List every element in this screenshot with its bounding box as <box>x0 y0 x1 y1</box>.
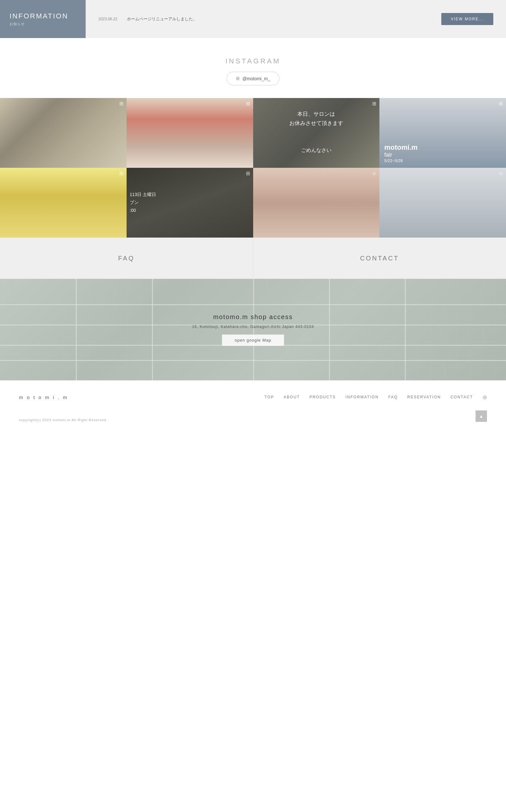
footer-logo: m o t o m i . m <box>19 394 68 400</box>
footer-link-products[interactable]: PRODUCTS <box>309 395 336 399</box>
information-section: INFORMATION お知らせ 2023.06.22 ホームページリニューアル… <box>0 0 506 38</box>
instagram-icon: ⊙ <box>236 75 240 82</box>
footer-link-top[interactable]: TOP <box>265 395 274 399</box>
info-left-panel: INFORMATION お知らせ <box>0 0 86 38</box>
faq-label: FAQ <box>118 255 135 262</box>
map-section: motomo.m shop access 16, Komitsuji, Kata… <box>0 279 506 380</box>
info-subtitle: お知らせ <box>9 21 76 26</box>
grid-cell-colorful-clothes[interactable]: ⊙ <box>253 168 380 238</box>
footer-bottom: copyright(c) 2023 motomi.m All Right Res… <box>19 411 487 422</box>
map-overlay: motomo.m shop access 16, Komitsuji, Kata… <box>0 279 506 380</box>
view-more-button[interactable]: VIEW MORE... <box>441 13 493 25</box>
grid-cell-fair[interactable]: motomi.m fair 5/22~5/28 ⊞ <box>380 98 506 168</box>
grid-cell-branches-event[interactable]: 113日 土曜日 プン :00 ⊞ <box>126 168 253 238</box>
footer-link-about[interactable]: ABOUT <box>283 395 300 399</box>
fair-overlay: motomi.m fair 5/22~5/28 <box>384 144 418 163</box>
info-date: 2023.06.22 <box>98 17 117 21</box>
scroll-top-button[interactable]: ▲ <box>476 411 487 422</box>
footer-link-information[interactable]: INFORMATION <box>345 395 379 399</box>
info-entry: 2023.06.22 ホームページリニューアルしました。 <box>98 16 441 22</box>
footer-copyright: copyright(c) 2023 motomi.m All Right Res… <box>19 418 107 422</box>
map-shop-title: motomo.m shop access <box>213 313 293 321</box>
info-right-panel: 2023.06.22 ホームページリニューアルしました。 VIEW MORE..… <box>86 0 506 38</box>
footer: m o t o m i . m TOP ABOUT PRODUCTS INFOR… <box>0 380 506 428</box>
grid-multi-icon-3: ⊞ <box>372 101 376 107</box>
cat-sorry-label: ごめんなさい <box>301 147 332 154</box>
instagram-handle-button[interactable]: ⊙ @motomi_m_ <box>227 72 279 85</box>
footer-instagram-icon[interactable]: ⊙ <box>483 393 487 401</box>
event-overlay-text: 113日 土曜日 プン :00 <box>130 191 156 215</box>
map-address: 16, Komitsuji, Katahara-cho, Gamagori,Ai… <box>192 325 314 329</box>
contact-label: CONTACT <box>360 255 399 262</box>
map-background: motomo.m shop access 16, Komitsuji, Kata… <box>0 279 506 380</box>
grid-multi-icon-4: ⊞ <box>499 101 503 107</box>
instagram-section: INSTAGRAM ⊙ @motomi_m_ <box>0 38 506 98</box>
instagram-grid: ⊞ ⊞ 本日、サロンは お休みさせて頂きます ごめんなさい ⊞ motomi.m… <box>0 98 506 238</box>
instagram-handle-label: @motomi_m_ <box>242 76 270 81</box>
grid-cell-blue-dress[interactable]: ⊙ <box>380 168 506 238</box>
grid-cell-yellow-dress[interactable]: ⊞ <box>0 168 126 238</box>
grid-multi-icon-7: ⊙ <box>372 170 376 177</box>
instagram-title: INSTAGRAM <box>0 57 506 65</box>
grid-multi-icon: ⊞ <box>119 101 123 107</box>
footer-link-contact[interactable]: CONTACT <box>450 395 473 399</box>
grid-multi-icon-8: ⊙ <box>499 170 503 177</box>
cat-apology-text: 本日、サロンは お休みさせて頂きます <box>289 110 343 128</box>
grid-multi-icon-5: ⊞ <box>119 170 123 176</box>
faq-block[interactable]: FAQ <box>0 238 253 279</box>
contact-block[interactable]: CONTACT <box>253 238 506 279</box>
info-title: INFORMATION <box>9 12 76 20</box>
footer-link-reservation[interactable]: RESERVATION <box>407 395 441 399</box>
grid-multi-icon-6: ⊞ <box>246 170 250 176</box>
footer-nav: m o t o m i . m TOP ABOUT PRODUCTS INFOR… <box>19 393 487 401</box>
faq-contact-section: FAQ CONTACT <box>0 238 506 279</box>
grid-cell-cat-apology[interactable]: 本日、サロンは お休みさせて頂きます ごめんなさい ⊞ <box>253 98 380 168</box>
info-entry-text: ホームページリニューアルしました。 <box>127 16 197 22</box>
grid-cell-woman-coral[interactable]: ⊞ <box>126 98 253 168</box>
grid-cell-flowers[interactable]: ⊞ <box>0 98 126 168</box>
open-map-button[interactable]: open google Map <box>222 334 284 346</box>
footer-link-faq[interactable]: FAQ <box>388 395 398 399</box>
grid-multi-icon-2: ⊞ <box>246 101 250 107</box>
footer-links: TOP ABOUT PRODUCTS INFORMATION FAQ RESER… <box>265 393 487 401</box>
